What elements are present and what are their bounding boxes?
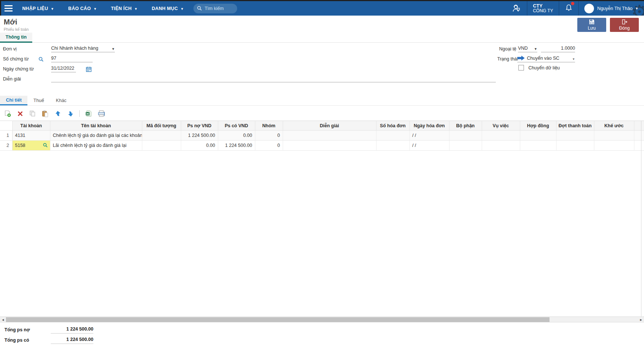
grid-toolbar — [0, 108, 644, 119]
close-button-label: Đóng — [619, 26, 630, 31]
cell-dien-giai[interactable] — [283, 131, 376, 141]
grid-header-row: Tài khoản Tên tài khoản Mã đối tượng Ps … — [0, 121, 644, 131]
tab-chi-tiet[interactable]: Chi tiết — [0, 96, 27, 105]
top-navbar: NHẬP LIỆU▼ BÁO CÁO▼ TIỆN ÍCH▼ DANH MỤC▼ … — [0, 1, 644, 16]
dien-giai-input[interactable] — [51, 73, 496, 82]
hamburger-menu-icon[interactable] — [0, 5, 17, 12]
menu-danh-muc[interactable]: DANH MỤC▼ — [152, 6, 184, 11]
page-subtitle: Phiếu kế toán — [4, 27, 29, 32]
cell-so-hoa-don[interactable] — [376, 131, 409, 141]
cell-ma-doi-tuong[interactable] — [142, 141, 181, 151]
copy-row-button[interactable] — [28, 109, 37, 118]
menu-bao-cao[interactable]: BÁO CÁO▼ — [68, 6, 97, 11]
cell-ps-co[interactable]: 1 224 500.00 — [218, 141, 255, 151]
tab-khac[interactable]: Khác — [50, 96, 73, 105]
ngay-chung-tu-value: 31/12/2022 — [51, 66, 74, 71]
scrollbar-thumb[interactable] — [6, 317, 550, 322]
cell-nhom[interactable]: 0 — [255, 131, 283, 141]
cell-khe-uoc[interactable] — [594, 141, 634, 151]
cell-vu-viec[interactable] — [482, 141, 520, 151]
cell-vu-viec[interactable] — [482, 131, 520, 141]
menu-tien-ich[interactable]: TIỆN ÍCH▼ — [111, 6, 137, 11]
col-ma-doi-tuong: Mã đối tượng — [142, 121, 181, 131]
total-debit-label: Tổng ps nợ — [4, 327, 30, 332]
cell-khe-uoc[interactable] — [594, 131, 634, 141]
cell-ps-no[interactable]: 0.00 — [181, 141, 218, 151]
so-chung-tu-label: Số chứng từ — [3, 56, 29, 62]
ngay-chung-tu-label: Ngày chứng từ — [3, 66, 34, 72]
cell-ps-no[interactable]: 1 224 500.00 — [181, 131, 218, 141]
headset-support-icon — [512, 4, 521, 13]
delete-row-button[interactable] — [16, 109, 24, 118]
avatar — [584, 4, 594, 13]
trang-thai-select[interactable]: Chuyển vào SC ▼ — [517, 53, 575, 62]
row-number: 1 — [0, 131, 12, 141]
move-row-up-button[interactable] — [53, 109, 62, 118]
col-row-number — [0, 121, 12, 131]
support-button[interactable] — [506, 1, 527, 16]
don-vi-select[interactable]: Chi Nhánh khách hàng ▼ — [51, 43, 115, 52]
move-row-down-button[interactable] — [66, 109, 75, 118]
horizontal-scrollbar[interactable]: ◄ ► — [0, 316, 644, 322]
so-chung-tu-input[interactable]: 97 — [51, 53, 93, 62]
user-menu[interactable]: Nguyễn Thị Thảo▼ — [579, 1, 644, 16]
total-debit-value: 1 224 500.00 — [51, 326, 93, 334]
cell-ngay-hoa-don[interactable]: / / — [409, 131, 449, 141]
window-left-edge — [0, 1, 1, 16]
chevron-down-icon: ▼ — [134, 7, 137, 11]
cell-nhom[interactable]: 0 — [255, 141, 283, 151]
navbar-right: CTY CÔNG TY ⚙ Nguyễn Thị Thảo▼ — [506, 1, 644, 16]
cell-bo-phan[interactable] — [449, 131, 482, 141]
cell-dien-giai[interactable] — [283, 141, 376, 151]
add-row-button[interactable] — [3, 109, 12, 118]
menu-nhap-lieu[interactable]: NHẬP LIỆU▼ — [22, 6, 54, 11]
col-khe-uoc: Khế ước — [594, 121, 634, 131]
ngay-chung-tu-input[interactable]: 31/12/2022 — [51, 63, 76, 72]
cell-ps-co[interactable]: 0.00 — [218, 131, 255, 141]
cell-ngay-hoa-don[interactable]: / / — [409, 141, 449, 151]
close-button[interactable]: Đóng — [610, 18, 639, 32]
cell-lookup-icon[interactable] — [43, 143, 48, 148]
so-chung-tu-value: 97 — [51, 56, 56, 61]
scroll-left-arrow-icon[interactable]: ◄ — [1, 318, 5, 322]
cell-dot-thanh-toan[interactable] — [556, 141, 594, 151]
print-button[interactable] — [97, 109, 106, 118]
save-button[interactable]: Lưu — [577, 18, 606, 32]
cell-bo-phan[interactable] — [449, 141, 482, 151]
chevron-down-icon: ▼ — [51, 7, 54, 11]
search-input[interactable]: Tìm kiếm — [193, 4, 237, 13]
export-excel-button[interactable] — [84, 109, 93, 118]
paste-row-button[interactable] — [41, 109, 50, 118]
lookup-search-icon[interactable] — [39, 57, 44, 62]
page-header: Mới Phiếu kế toán Lưu Đóng — [0, 16, 644, 33]
trang-thai-label: Trạng thái — [497, 56, 518, 62]
trang-thai-value: Chuyển vào SC — [527, 56, 560, 61]
cell-tai-khoan-selected[interactable]: 5158 — [12, 141, 50, 151]
cell-so-hoa-don[interactable] — [376, 141, 409, 151]
search-icon — [197, 6, 202, 11]
cell-dot-thanh-toan[interactable] — [556, 131, 594, 141]
scroll-right-arrow-icon[interactable]: ► — [639, 318, 643, 322]
chuyen-du-lieu-checkbox[interactable] — [518, 65, 524, 70]
cell-ma-doi-tuong[interactable] — [142, 131, 181, 141]
calendar-icon[interactable] — [86, 66, 92, 72]
tab-thong-tin[interactable]: Thông tin — [0, 33, 32, 43]
cell-hop-dong[interactable] — [520, 131, 556, 141]
cell-hop-dong[interactable] — [520, 141, 556, 151]
exchange-rate-input[interactable]: 1.0000 — [541, 43, 575, 52]
chevron-down-icon: ▼ — [572, 58, 575, 61]
user-name: Nguyễn Thị Thảo — [597, 6, 633, 11]
col-ten-tai-khoan: Tên tài khoản — [50, 121, 142, 131]
company-selector[interactable]: CTY CÔNG TY — [527, 1, 558, 16]
notifications-button[interactable] — [559, 1, 578, 16]
table-row: 1 4131 Chênh lệch tỷ giá do đánh giá lại… — [0, 131, 644, 141]
tab-thue[interactable]: Thuế — [27, 96, 50, 105]
col-ngay-hoa-don: Ngày hóa đơn — [409, 121, 449, 131]
currency-select[interactable]: VND ▼ — [518, 43, 537, 52]
totals-footer: Tổng ps nợ 1 224 500.00 Tổng ps có 1 224… — [0, 325, 156, 346]
cell-tai-khoan[interactable]: 4131 — [12, 131, 50, 141]
currency-value: VND — [518, 46, 528, 51]
cell-value: 5158 — [15, 143, 26, 148]
main-tabbar: Thông tin — [0, 33, 644, 43]
chevron-down-icon: ▼ — [180, 7, 184, 11]
